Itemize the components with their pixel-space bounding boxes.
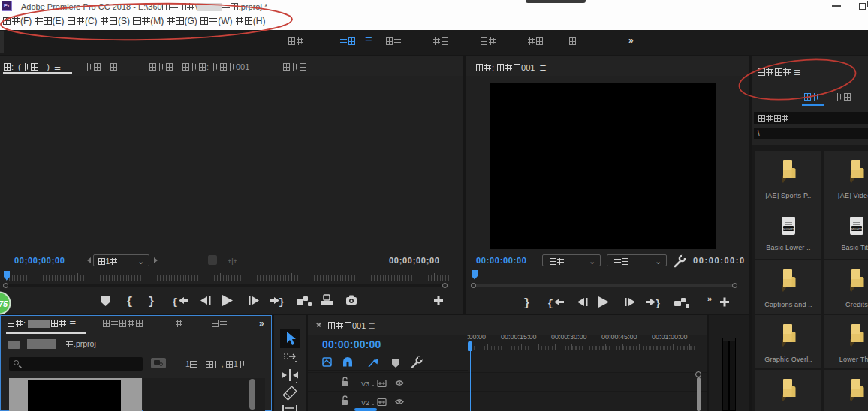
svg-text:75: 75: [0, 299, 8, 308]
